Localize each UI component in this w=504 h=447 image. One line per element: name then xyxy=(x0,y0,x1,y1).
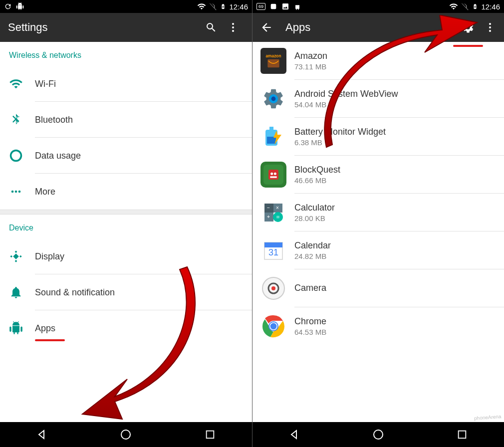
item-bluetooth[interactable]: Bluetooth xyxy=(0,102,252,138)
svg-point-3 xyxy=(11,151,21,161)
app-row-amazon[interactable]: amazon Amazon73.11 MB xyxy=(252,42,504,80)
status-time: 12:46 xyxy=(481,2,500,11)
refresh-icon xyxy=(4,2,12,10)
bell-icon xyxy=(9,285,23,299)
svg-rect-8 xyxy=(206,431,214,439)
item-label: Display xyxy=(35,251,64,262)
wifi-icon xyxy=(9,77,23,91)
svg-point-0 xyxy=(232,23,234,25)
nav-back[interactable] xyxy=(34,427,49,442)
back-button[interactable] xyxy=(255,16,277,38)
notif-badge-icon: 69 xyxy=(256,3,265,10)
triangle-back-icon xyxy=(36,429,48,441)
annotation-underline xyxy=(35,339,65,341)
gear-icon xyxy=(462,21,475,34)
nav-bar xyxy=(0,422,252,447)
svg-rect-20 xyxy=(267,137,276,144)
settings-button[interactable] xyxy=(457,16,479,38)
phone-apps: 69 12:46 Apps amazon Amazon73.11 MB xyxy=(252,0,504,447)
nav-home[interactable] xyxy=(118,427,133,442)
svg-point-2 xyxy=(232,30,234,32)
item-data-usage[interactable]: Data usage xyxy=(0,138,252,174)
svg-rect-25 xyxy=(270,176,276,178)
apps-list[interactable]: amazon Amazon73.11 MB Android System Web… xyxy=(252,42,504,422)
arrow-back-icon xyxy=(260,21,273,34)
more-vert-icon xyxy=(484,21,496,33)
webview-icon xyxy=(261,87,285,111)
square-recents-icon xyxy=(205,429,216,440)
phone-settings: 12:46 Settings Wireless & networks Wi-Fi… xyxy=(0,0,252,447)
no-sim-icon xyxy=(209,2,217,10)
item-label: Apps xyxy=(35,323,55,334)
status-bar: 12:46 xyxy=(0,0,252,13)
svg-point-11 xyxy=(489,26,491,28)
app-size: 6.38 MB xyxy=(294,138,386,147)
item-label: Bluetooth xyxy=(35,115,73,125)
app-name: Camera xyxy=(294,283,326,293)
triangle-back-icon xyxy=(288,429,300,441)
chrome-icon xyxy=(261,314,285,338)
android-icon xyxy=(16,2,24,10)
nav-back[interactable] xyxy=(287,427,302,442)
item-wifi[interactable]: Wi-Fi xyxy=(0,66,252,102)
svg-rect-9 xyxy=(271,4,276,9)
app-size: 54.04 MB xyxy=(294,100,398,109)
status-bar: 69 12:46 xyxy=(252,0,504,13)
svg-text:amazon: amazon xyxy=(265,53,281,58)
nav-recents[interactable] xyxy=(203,427,218,442)
app-row-camera[interactable]: Camera xyxy=(252,269,504,307)
app-row-calculator[interactable]: −×+= Calculator28.00 KB xyxy=(252,194,504,231)
app-name: Chrome xyxy=(294,316,326,327)
app-row-calendar[interactable]: 31 Calendar24.82 MB xyxy=(252,231,504,269)
app-name: Amazon xyxy=(294,51,327,61)
settings-content[interactable]: Wireless & networks Wi-Fi Bluetooth Data… xyxy=(0,42,252,422)
bluetooth-icon xyxy=(9,113,23,127)
item-more[interactable]: More xyxy=(0,174,252,210)
battery-icon xyxy=(472,2,478,11)
app-row-chrome[interactable]: Chrome64.53 MB xyxy=(252,307,504,345)
svg-text:−: − xyxy=(267,205,270,211)
overflow-button[interactable] xyxy=(479,16,501,38)
svg-point-10 xyxy=(489,23,491,25)
status-time: 12:46 xyxy=(229,2,248,11)
circle-home-icon xyxy=(372,429,384,441)
section-divider xyxy=(0,210,252,215)
search-button[interactable] xyxy=(200,16,222,38)
app-size: 28.00 KB xyxy=(294,214,335,223)
app-bar-apps: Apps xyxy=(252,13,504,42)
item-display[interactable]: Display xyxy=(0,238,252,274)
app-name: Android System WebView xyxy=(294,89,398,99)
app-row-webview[interactable]: Android System WebView54.04 MB xyxy=(252,80,504,118)
battery-widget-icon xyxy=(261,125,285,149)
nav-bar xyxy=(252,422,504,447)
app-name: Calendar xyxy=(294,240,331,251)
item-sound[interactable]: Sound & notification xyxy=(0,274,252,310)
app-name: Calculator xyxy=(294,203,335,213)
android-icon xyxy=(9,321,23,335)
app-icon xyxy=(269,2,277,10)
svg-point-1 xyxy=(232,26,234,28)
blockquest-icon xyxy=(263,165,283,185)
app-row-battery-widget[interactable]: Battery Monitor Widget6.38 MB xyxy=(252,118,504,156)
nav-home[interactable] xyxy=(371,427,386,442)
app-row-blockquest[interactable]: BlockQuest46.66 MB xyxy=(252,156,504,194)
svg-rect-45 xyxy=(459,431,466,439)
svg-rect-35 xyxy=(264,242,282,247)
svg-point-43 xyxy=(270,323,277,330)
wifi-icon xyxy=(449,2,458,11)
display-icon xyxy=(9,249,23,263)
battery-icon xyxy=(220,2,226,11)
overflow-button[interactable] xyxy=(222,16,244,38)
page-title: Apps xyxy=(285,21,310,34)
svg-point-44 xyxy=(374,430,383,439)
image-icon xyxy=(281,2,289,10)
svg-text:+: + xyxy=(267,214,270,220)
calculator-icon: −×+= xyxy=(261,201,285,224)
svg-point-6 xyxy=(18,191,21,193)
nav-recents[interactable] xyxy=(455,427,470,442)
app-size: 64.53 MB xyxy=(294,328,326,336)
item-apps[interactable]: Apps xyxy=(0,310,252,346)
data-usage-icon xyxy=(9,149,23,163)
square-recents-icon xyxy=(457,429,468,440)
search-icon xyxy=(205,21,217,33)
